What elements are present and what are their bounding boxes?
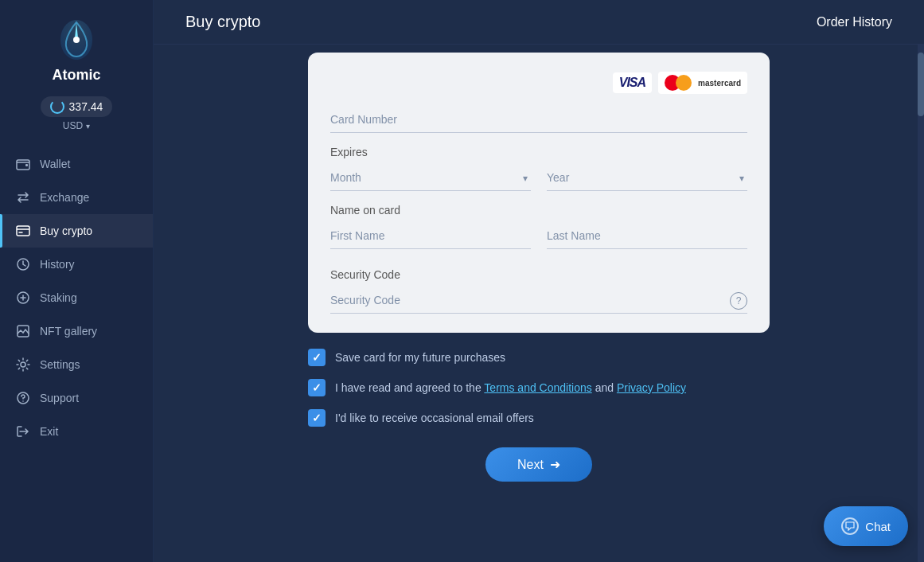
month-select[interactable]: Month January February March April May J… bbox=[330, 165, 531, 191]
last-name-input[interactable] bbox=[547, 223, 747, 249]
chat-button[interactable]: Chat bbox=[824, 506, 908, 546]
last-name-field bbox=[547, 223, 747, 249]
sidebar-item-staking-label: Staking bbox=[40, 291, 77, 304]
logo-container: Atomic bbox=[52, 16, 100, 84]
sidebar-item-nft-gallery[interactable]: NFT gallery bbox=[0, 314, 153, 348]
month-select-wrapper: Month January February March April May J… bbox=[330, 165, 531, 191]
svg-point-0 bbox=[73, 37, 80, 43]
balance-amount: 337.44 bbox=[69, 100, 103, 113]
staking-icon bbox=[16, 291, 30, 305]
checkboxes-area: ✓ Save card for my future purchases ✓ I … bbox=[308, 349, 770, 439]
navigation: Wallet Exchange Buy crypto bbox=[0, 147, 153, 554]
exchange-icon bbox=[16, 190, 30, 205]
email-offers-checkbox[interactable]: ✓ bbox=[308, 409, 326, 427]
sidebar-item-exit-label: Exit bbox=[40, 425, 58, 438]
atomic-logo-icon bbox=[53, 16, 100, 64]
year-select[interactable]: Year 2024 2025 2026 2027 2028 2029 2030 bbox=[547, 165, 747, 191]
exit-icon bbox=[16, 424, 30, 439]
next-button[interactable]: Next ➜ bbox=[485, 447, 592, 482]
name-row bbox=[330, 223, 747, 262]
buy-crypto-icon bbox=[16, 224, 30, 238]
scrollbar-thumb[interactable] bbox=[918, 53, 924, 116]
sidebar-item-history[interactable]: History bbox=[0, 248, 153, 281]
sidebar-item-support-label: Support bbox=[40, 392, 79, 404]
security-code-input[interactable] bbox=[330, 287, 747, 314]
wallet-icon bbox=[16, 157, 30, 171]
chat-button-label: Chat bbox=[865, 520, 891, 533]
svg-point-9 bbox=[22, 400, 24, 402]
sidebar-item-settings-label: Settings bbox=[40, 358, 80, 371]
expires-label: Expires bbox=[330, 146, 747, 158]
sidebar: Atomic 337.44 USD ▾ Wallet bbox=[0, 0, 154, 562]
terms-text-before: I have read and agreed to the bbox=[335, 381, 484, 394]
sidebar-item-buy-crypto-label: Buy crypto bbox=[40, 224, 92, 237]
terms-link[interactable]: Terms and Conditions bbox=[484, 381, 591, 394]
sidebar-item-support[interactable]: Support bbox=[0, 381, 153, 415]
email-offers-checkbox-row: ✓ I'd like to receive occasional email o… bbox=[308, 409, 770, 427]
terms-label: I have read and agreed to the Terms and … bbox=[335, 381, 686, 394]
next-button-container: Next ➜ bbox=[308, 447, 770, 482]
sidebar-item-exchange[interactable]: Exchange bbox=[0, 181, 153, 214]
chat-icon bbox=[841, 517, 859, 535]
save-card-checkbox[interactable]: ✓ bbox=[308, 349, 326, 366]
sidebar-item-wallet[interactable]: Wallet bbox=[0, 147, 153, 181]
sidebar-item-history-label: History bbox=[40, 258, 75, 271]
scroll-area: VISA mastercard Expires Month bbox=[154, 45, 924, 562]
terms-text-and: and bbox=[595, 381, 617, 394]
terms-checkbox-row: ✓ I have read and agreed to the Terms an… bbox=[308, 379, 770, 396]
checkmark-icon: ✓ bbox=[312, 351, 322, 364]
currency-selector[interactable]: USD ▾ bbox=[63, 120, 90, 131]
mastercard-logo: mastercard bbox=[658, 72, 747, 94]
checkmark-icon-2: ✓ bbox=[312, 381, 322, 394]
sidebar-item-buy-crypto[interactable]: Buy crypto bbox=[0, 214, 153, 248]
security-input-wrapper: ? bbox=[330, 287, 747, 314]
main-content: Buy crypto Order History VISA mastercard bbox=[154, 0, 924, 562]
sidebar-item-exit[interactable]: Exit bbox=[0, 415, 153, 448]
name-on-card-label: Name on card bbox=[330, 204, 747, 217]
card-number-field bbox=[330, 107, 747, 133]
year-select-wrapper: Year 2024 2025 2026 2027 2028 2029 2030 … bbox=[547, 165, 747, 191]
app-name: Atomic bbox=[52, 67, 100, 84]
active-indicator bbox=[0, 214, 2, 248]
sidebar-item-nft-gallery-label: NFT gallery bbox=[40, 325, 97, 338]
name-on-card-section: Name on card bbox=[330, 204, 747, 262]
balance-spinner-icon bbox=[50, 100, 64, 114]
svg-rect-2 bbox=[25, 164, 28, 166]
sidebar-item-wallet-label: Wallet bbox=[40, 158, 70, 170]
next-button-label: Next bbox=[517, 458, 544, 472]
security-code-label: Security Code bbox=[330, 268, 747, 281]
payment-form-card: VISA mastercard Expires Month bbox=[308, 53, 770, 333]
first-name-input[interactable] bbox=[330, 223, 531, 249]
svg-point-7 bbox=[21, 362, 25, 367]
order-history-link[interactable]: Order History bbox=[817, 15, 892, 29]
expires-section: Expires Month January February March Apr… bbox=[330, 146, 747, 191]
first-name-field bbox=[330, 223, 531, 249]
settings-icon bbox=[16, 357, 30, 372]
checkmark-icon-3: ✓ bbox=[312, 412, 322, 424]
email-offers-label: I'd like to receive occasional email off… bbox=[335, 412, 534, 424]
top-bar: Buy crypto Order History bbox=[154, 0, 924, 45]
card-number-input[interactable] bbox=[330, 107, 747, 133]
card-logos: VISA mastercard bbox=[330, 72, 747, 94]
privacy-policy-link[interactable]: Privacy Policy bbox=[617, 381, 686, 394]
visa-logo: VISA bbox=[613, 72, 652, 93]
scrollbar-track[interactable] bbox=[918, 45, 924, 562]
mastercard-text: mastercard bbox=[698, 79, 741, 88]
sidebar-item-settings[interactable]: Settings bbox=[0, 348, 153, 381]
security-code-section: Security Code ? bbox=[330, 268, 747, 314]
currency-label: USD bbox=[63, 120, 83, 131]
next-arrow-icon: ➜ bbox=[550, 457, 560, 472]
help-icon[interactable]: ? bbox=[730, 292, 747, 310]
save-card-label: Save card for my future purchases bbox=[335, 351, 505, 364]
page-title: Buy crypto bbox=[185, 13, 260, 31]
chevron-down-icon: ▾ bbox=[86, 122, 90, 131]
sidebar-item-staking[interactable]: Staking bbox=[0, 281, 153, 314]
save-card-checkbox-row: ✓ Save card for my future purchases bbox=[308, 349, 770, 366]
terms-checkbox[interactable]: ✓ bbox=[308, 379, 326, 396]
expires-row: Month January February March April May J… bbox=[330, 165, 747, 191]
support-icon bbox=[16, 391, 30, 405]
nft-icon bbox=[16, 324, 30, 338]
balance-container: 337.44 bbox=[41, 96, 113, 117]
svg-rect-3 bbox=[17, 226, 29, 236]
sidebar-item-exchange-label: Exchange bbox=[40, 191, 89, 204]
